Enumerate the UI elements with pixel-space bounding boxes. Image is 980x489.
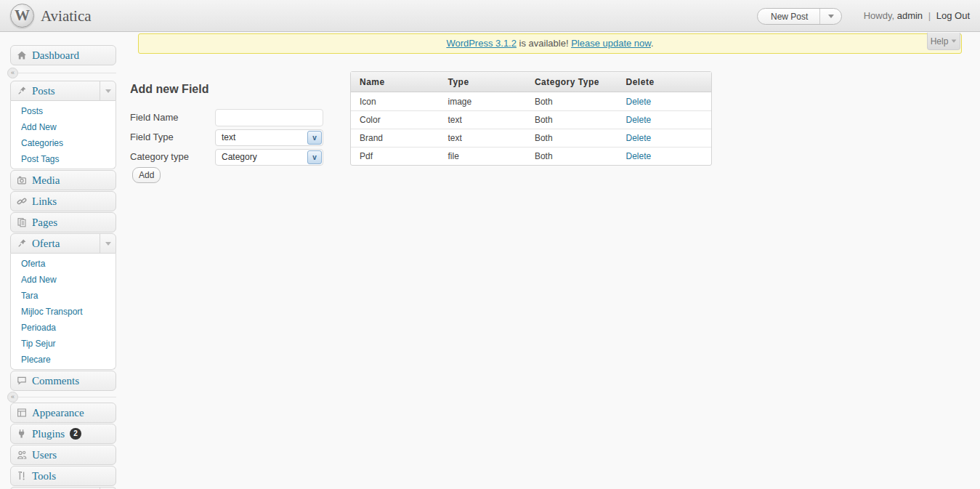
category-type-select[interactable]: Category v [215, 149, 323, 166]
new-post-button[interactable]: New Post [757, 8, 842, 25]
cell-category-type: Both [526, 147, 617, 165]
pushpin-icon [16, 238, 27, 248]
sidebar-item-tara[interactable]: Tara [11, 288, 116, 304]
column-header-type: Type [439, 72, 525, 92]
update-now-link[interactable]: Please update now [571, 38, 651, 49]
sidebar-item-label: Oferta [32, 238, 60, 250]
sidebar-item-posts-add-new[interactable]: Add New [11, 119, 116, 135]
menu-collapse-arrow[interactable] [100, 81, 116, 100]
fields-table: Name Type Category Type Delete Icon imag… [350, 71, 712, 166]
separator: | [928, 10, 931, 21]
tools-icon [16, 471, 27, 481]
category-type-label: Category type [130, 148, 215, 166]
chevron-down-icon [105, 242, 111, 246]
sidebar-item-comments[interactable]: Comments [10, 371, 116, 391]
menu-collapse-arrow[interactable] [100, 234, 116, 253]
appearance-icon [16, 408, 27, 418]
sidebar-group-posts: Posts Posts Add New Categories Post Tags [10, 81, 116, 169]
cell-category-type: Both [526, 129, 617, 147]
delete-link[interactable]: Delete [626, 151, 652, 161]
sidebar-item-label: Media [32, 174, 60, 187]
wordpress-version-link[interactable]: WordPress 3.1.2 [446, 38, 517, 49]
menu-separator: « [10, 66, 116, 81]
sidebar-item-label: Appearance [32, 407, 84, 419]
sidebar-item-label: Links [32, 195, 57, 208]
sidebar-item-post-tags[interactable]: Post Tags [11, 151, 116, 167]
sidebar-item-dashboard[interactable]: Dashboard [10, 45, 116, 65]
sidebar-item-tip-sejur[interactable]: Tip Sejur [11, 336, 116, 352]
sidebar-item-label: Posts [32, 85, 55, 97]
sidebar-item-pages[interactable]: Pages [10, 212, 116, 233]
cell-type: text [439, 129, 525, 147]
chevron-down-icon [105, 89, 111, 93]
table-header-row: Name Type Category Type Delete [351, 72, 711, 92]
sidebar-item-media[interactable]: Media [10, 170, 116, 190]
profile-link[interactable]: admin [897, 10, 923, 21]
sidebar-item-label: Comments [32, 375, 79, 387]
table-row: Color text Both Delete [351, 110, 711, 129]
sidebar-item-mijloc-transport[interactable]: Mijloc Transport [11, 304, 116, 320]
dashboard-icon [16, 50, 27, 60]
user-links: Howdy, admin | Log Out [864, 10, 970, 21]
sidebar-item-posts-all[interactable]: Posts [11, 103, 116, 119]
category-type-value: Category [222, 150, 257, 165]
add-button[interactable]: Add [132, 167, 161, 183]
table-row: Icon image Both Delete [351, 92, 711, 110]
field-name-input[interactable] [215, 109, 323, 126]
table-row: Brand text Both Delete [351, 129, 711, 147]
delete-link[interactable]: Delete [626, 97, 652, 107]
wordpress-logo-icon[interactable]: W [10, 4, 34, 28]
site-title-link[interactable]: Aviatica [41, 7, 92, 25]
help-tab[interactable]: Help [927, 33, 960, 50]
sidebar-item-oferta[interactable]: Oferta [10, 233, 116, 254]
sidebar-item-users[interactable]: Users [10, 445, 116, 465]
select-arrow-icon[interactable]: v [307, 150, 322, 164]
sidebar-item-posts[interactable]: Posts [10, 81, 116, 101]
delete-link[interactable]: Delete [626, 115, 652, 125]
pushpin-icon [16, 86, 27, 96]
collapse-menu-icon[interactable]: « [7, 392, 18, 403]
sidebar-item-categories[interactable]: Categories [11, 135, 116, 151]
logout-link[interactable]: Log Out [936, 10, 970, 21]
separator-line [17, 397, 116, 397]
plugin-icon [16, 429, 27, 439]
notice-text: is available! [517, 38, 571, 49]
sidebar-item-oferta-add-new[interactable]: Add New [11, 272, 116, 288]
sidebar-item-oferta-all[interactable]: Oferta [11, 256, 116, 272]
plugins-update-count-badge: 2 [70, 428, 81, 440]
column-header-name: Name [351, 72, 439, 92]
select-arrow-icon[interactable]: v [307, 131, 322, 145]
menu-separator: « [10, 392, 116, 403]
pages-icon [16, 217, 27, 227]
sidebar-item-plugins[interactable]: Plugins 2 [10, 424, 116, 444]
cell-category-type: Both [526, 92, 617, 110]
sidebar-item-links[interactable]: Links [10, 191, 116, 211]
sidebar-item-tools[interactable]: Tools [10, 466, 116, 486]
update-nag-banner: WordPress 3.1.2 is available! Please upd… [138, 33, 962, 54]
sidebar-group-oferta: Oferta Oferta Add New Tara Mijloc Transp… [10, 233, 116, 370]
sidebar-item-plecare[interactable]: Plecare [11, 352, 116, 368]
collapse-menu-icon[interactable]: « [7, 68, 18, 78]
notice-period: . [651, 38, 654, 49]
media-icon [16, 175, 27, 185]
cell-type: image [439, 92, 525, 110]
delete-link[interactable]: Delete [626, 133, 652, 143]
cell-name: Icon [351, 92, 439, 110]
cell-name: Color [351, 110, 439, 129]
field-type-select[interactable]: text v [215, 129, 323, 146]
cell-type: file [439, 147, 525, 165]
column-header-category-type: Category Type [526, 72, 617, 92]
cell-name: Pdf [351, 147, 439, 165]
comments-icon [16, 376, 27, 386]
field-name-label: Field Name [130, 109, 215, 126]
users-icon [16, 450, 27, 460]
sidebar-item-perioada[interactable]: Perioada [11, 320, 116, 336]
sidebar-item-label: Dashboard [32, 49, 79, 62]
new-post-dropdown-arrow[interactable] [819, 9, 841, 24]
table-row: Pdf file Both Delete [351, 147, 711, 165]
add-field-form: Field Name Field Type text v Category ty… [130, 109, 324, 166]
cell-category-type: Both [526, 110, 617, 129]
sidebar-item-appearance[interactable]: Appearance [10, 403, 116, 423]
sidebar-item-label: Users [32, 449, 57, 461]
page-title: Add new Field [130, 83, 208, 96]
